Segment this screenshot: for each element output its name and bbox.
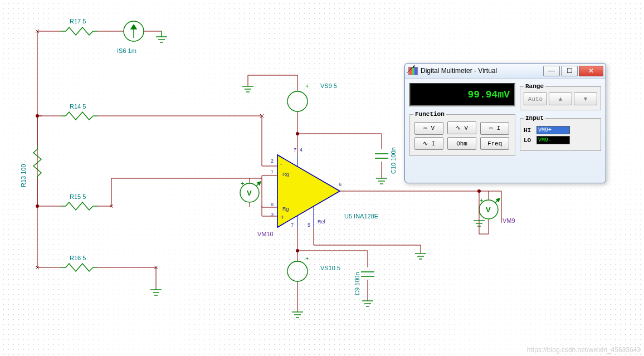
range-auto-button[interactable]: Auto xyxy=(524,92,547,105)
range-legend: Range xyxy=(524,83,545,90)
pin-4: 4 xyxy=(300,147,303,153)
label-c10[interactable]: C10 100n xyxy=(390,147,397,174)
vs9-plus: + xyxy=(305,82,309,89)
input-legend: Input xyxy=(524,115,545,121)
meter-display: 99.94mV xyxy=(409,83,515,106)
svg-point-54 xyxy=(296,132,299,135)
svg-line-122 xyxy=(407,67,413,73)
label-vs9[interactable]: VS9 5 xyxy=(320,82,337,89)
svg-point-55 xyxy=(296,249,299,252)
label-r13[interactable]: R13 100 xyxy=(20,164,27,187)
function-group: Function ⎓ V ∿ V ⎓ I ∿ I Ohm Freq xyxy=(409,111,515,156)
svg-point-56 xyxy=(477,189,481,193)
svg-point-70 xyxy=(287,261,308,281)
vm10-plus: + xyxy=(241,180,244,187)
vm9-letter: V xyxy=(486,206,491,214)
watermark: https://blog.csdn.net/weixin_45633643 xyxy=(527,346,641,354)
maximize-button[interactable]: ☐ xyxy=(561,66,578,76)
multimeter-window[interactable]: Digital Multimeter - Virtual — ☐ ✕ 99.94… xyxy=(404,63,606,183)
svg-marker-75 xyxy=(277,155,340,227)
fn-dc-v-button[interactable]: ⎓ V xyxy=(414,122,443,135)
svg-text:+: + xyxy=(280,213,284,221)
rg-bot: Rg xyxy=(282,206,289,212)
vm10-letter: V xyxy=(247,189,252,197)
probe-icon[interactable] xyxy=(405,64,416,75)
fn-ac-v-button[interactable]: ∿ V xyxy=(447,121,476,134)
label-u5[interactable]: U5 INA128E xyxy=(344,213,378,220)
pin-7: 7 xyxy=(294,147,296,153)
label-is6[interactable]: IS6 1m xyxy=(117,47,136,54)
opamp-u5: - + xyxy=(277,155,340,227)
ref: Ref xyxy=(318,219,325,225)
label-c9[interactable]: C9 100n xyxy=(354,272,360,295)
fn-freq-button[interactable]: Freq xyxy=(480,137,509,150)
vs10-plus: + xyxy=(305,255,309,262)
pin-6: 6 xyxy=(339,182,341,187)
svg-point-52 xyxy=(36,114,39,118)
lo-label: LO xyxy=(524,137,534,144)
pin-8: 8 xyxy=(271,202,274,207)
pin-5: 5 xyxy=(308,222,310,228)
range-group: Range Auto ▲ ▼ xyxy=(520,83,601,110)
lo-select[interactable]: VM9- xyxy=(536,136,570,144)
pin-2: 2 xyxy=(271,158,274,164)
pin-1: 1 xyxy=(271,169,274,174)
rg-top: Rg xyxy=(282,172,289,177)
label-r14[interactable]: R14 5 xyxy=(70,103,86,110)
vm9-plus: + xyxy=(480,197,483,203)
svg-point-69 xyxy=(287,91,308,111)
schematic-canvas[interactable]: - + R17 5 R14 5 R15 5 R16 5 R13 100 IS6 … xyxy=(0,0,644,356)
svg-text:-: - xyxy=(280,160,282,168)
fn-ac-i-button[interactable]: ∿ I xyxy=(414,137,443,150)
range-up-button[interactable]: ▲ xyxy=(549,92,572,105)
pin-3: 3 xyxy=(271,212,274,217)
svg-point-53 xyxy=(36,204,39,208)
label-r17[interactable]: R17 5 xyxy=(70,18,86,25)
pin-7b: 7 xyxy=(291,222,294,228)
range-down-button[interactable]: ▼ xyxy=(574,92,597,105)
window-title: Digital Multimeter - Virtual xyxy=(421,67,543,75)
function-legend: Function xyxy=(413,111,446,118)
label-vm9[interactable]: VM9 xyxy=(502,217,515,224)
titlebar[interactable]: Digital Multimeter - Virtual — ☐ ✕ xyxy=(405,64,606,79)
input-group: Input HI VM9+ LO VM9- xyxy=(520,115,601,151)
label-vm10[interactable]: VM10 xyxy=(257,231,274,237)
fn-dc-i-button[interactable]: ⎓ I xyxy=(480,122,509,135)
hi-label: HI xyxy=(524,127,534,134)
close-button[interactable]: ✕ xyxy=(579,66,603,76)
hi-select[interactable]: VM9+ xyxy=(536,126,570,134)
minimize-button[interactable]: — xyxy=(543,66,560,76)
svg-marker-123 xyxy=(413,65,415,68)
label-r15[interactable]: R15 5 xyxy=(70,193,86,200)
fn-ohm-button[interactable]: Ohm xyxy=(447,137,476,150)
label-r16[interactable]: R16 5 xyxy=(70,255,86,261)
label-vs10[interactable]: VS10 5 xyxy=(320,265,340,271)
